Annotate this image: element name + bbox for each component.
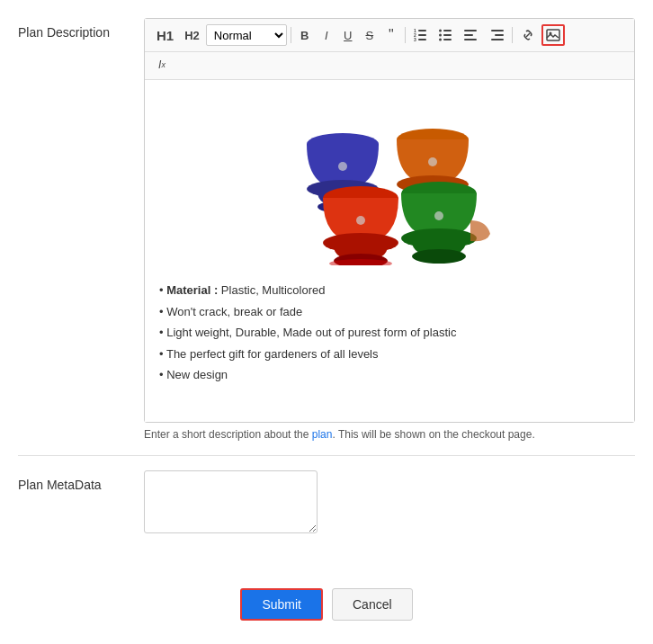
h2-button[interactable]: H2 bbox=[180, 24, 204, 46]
svg-rect-15 bbox=[491, 30, 504, 31]
svg-rect-17 bbox=[491, 39, 504, 40]
svg-rect-6 bbox=[443, 30, 452, 31]
ordered-list-button[interactable]: 1 2 3 bbox=[409, 24, 433, 46]
plan-metadata-label: Plan MetaData bbox=[18, 470, 144, 492]
toolbar-divider-2 bbox=[405, 27, 406, 43]
svg-rect-1 bbox=[418, 34, 426, 36]
link-button[interactable] bbox=[516, 24, 540, 46]
italic-button[interactable]: I bbox=[317, 24, 336, 46]
form-actions: Submit Cancel bbox=[18, 579, 635, 621]
bullet-item-1: Material : Plastic, Multicolored bbox=[159, 280, 620, 301]
h1-button[interactable]: H1 bbox=[152, 24, 178, 46]
unordered-list-button[interactable] bbox=[434, 24, 458, 46]
toolbar-divider-3 bbox=[512, 27, 513, 43]
submit-button[interactable]: Submit bbox=[240, 588, 323, 621]
svg-point-35 bbox=[434, 211, 443, 220]
svg-point-23 bbox=[338, 162, 347, 171]
svg-rect-8 bbox=[443, 39, 452, 40]
format-select[interactable]: Normal Heading 1 Heading 2 Heading 3 bbox=[206, 24, 287, 46]
svg-rect-0 bbox=[418, 30, 426, 31]
svg-rect-16 bbox=[495, 34, 504, 36]
plan-description-row: Plan Description H1 H2 Normal Heading 1 … bbox=[18, 18, 635, 456]
hint-link[interactable]: plan bbox=[312, 428, 333, 441]
bullet-item-3: Light weight, Durable, Made out of pures… bbox=[159, 322, 620, 344]
align-left-button[interactable] bbox=[460, 24, 483, 46]
strikethrough-button[interactable]: S bbox=[360, 24, 380, 46]
metadata-textarea[interactable] bbox=[144, 470, 318, 533]
bullet-list: Material : Plastic, Multicolored Won't c… bbox=[159, 280, 620, 386]
image-button[interactable] bbox=[541, 24, 565, 46]
bullet-item-2: Won't crack, break or fade bbox=[159, 301, 620, 323]
plan-metadata-row: Plan MetaData bbox=[18, 470, 635, 558]
toolbar-row2: Ix bbox=[145, 52, 634, 80]
svg-point-9 bbox=[439, 30, 442, 32]
svg-rect-14 bbox=[464, 39, 477, 40]
plan-description-field: H1 H2 Normal Heading 1 Heading 2 Heading… bbox=[144, 18, 635, 441]
pots-image-container bbox=[159, 94, 620, 265]
svg-rect-2 bbox=[418, 39, 426, 40]
svg-rect-12 bbox=[464, 30, 477, 31]
editor-hint: Enter a short description about the plan… bbox=[144, 428, 635, 441]
bold-button[interactable]: B bbox=[295, 24, 315, 46]
editor-content-area[interactable]: Material : Plastic, Multicolored Won't c… bbox=[145, 80, 634, 422]
editor-toolbar: H1 H2 Normal Heading 1 Heading 2 Heading… bbox=[145, 19, 634, 52]
bullet-item-5: New design bbox=[159, 364, 620, 386]
plan-description-label: Plan Description bbox=[18, 18, 144, 40]
plan-metadata-field bbox=[144, 470, 635, 536]
svg-point-11 bbox=[439, 39, 442, 41]
svg-rect-7 bbox=[443, 34, 452, 36]
svg-point-31 bbox=[356, 216, 365, 225]
svg-point-10 bbox=[439, 34, 442, 37]
bullet-item-4: The perfect gift for gardeners of all le… bbox=[159, 344, 620, 365]
cancel-button[interactable]: Cancel bbox=[332, 588, 413, 621]
svg-rect-13 bbox=[464, 34, 473, 36]
clear-format-button[interactable]: Ix bbox=[152, 54, 172, 76]
svg-point-27 bbox=[428, 157, 437, 166]
toolbar-divider-1 bbox=[291, 27, 291, 43]
pots-image-svg bbox=[273, 94, 506, 265]
quote-button[interactable]: " bbox=[381, 24, 401, 46]
svg-text:3: 3 bbox=[414, 37, 416, 42]
svg-point-34 bbox=[412, 249, 466, 264]
align-right-button[interactable] bbox=[485, 24, 508, 46]
rich-text-editor: H1 H2 Normal Heading 1 Heading 2 Heading… bbox=[144, 18, 635, 423]
underline-button[interactable]: U bbox=[338, 24, 358, 46]
